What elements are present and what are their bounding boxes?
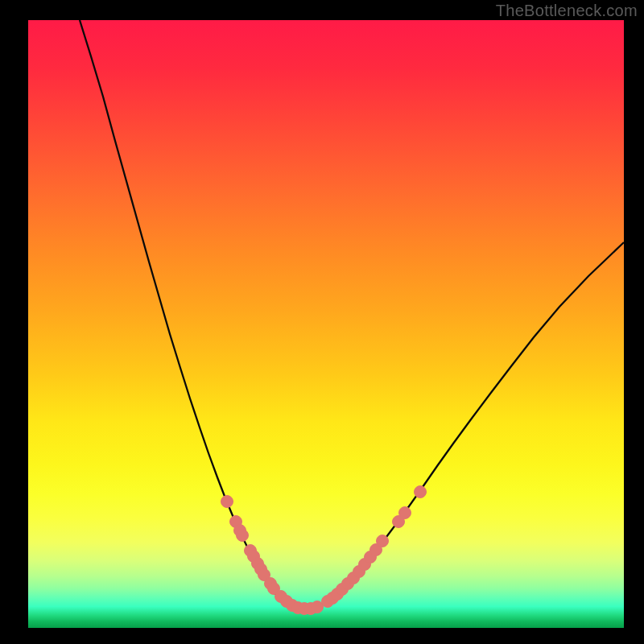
data-marker bbox=[399, 507, 411, 519]
chart-plot-area bbox=[28, 20, 624, 628]
data-marker bbox=[415, 486, 427, 498]
watermark-text: TheBottleneck.com bbox=[496, 2, 638, 20]
data-marker bbox=[237, 530, 249, 542]
chart-svg bbox=[28, 20, 624, 628]
chart-frame: TheBottleneck.com bbox=[0, 0, 644, 644]
data-marker bbox=[377, 535, 389, 547]
data-marker bbox=[221, 496, 233, 508]
marker-group bbox=[221, 486, 427, 615]
bottleneck-curve bbox=[80, 20, 624, 609]
